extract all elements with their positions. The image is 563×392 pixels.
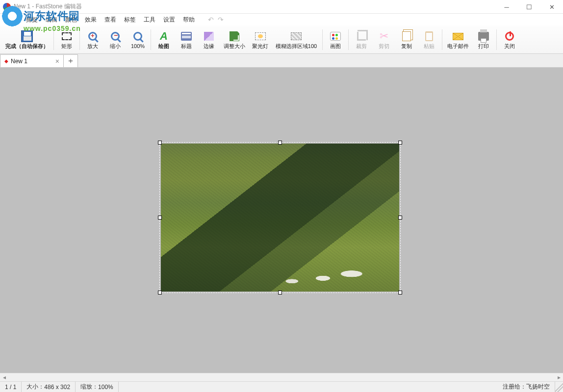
- status-size-value: 486 x 302: [44, 384, 70, 391]
- edge-button[interactable]: 边缘: [198, 26, 220, 53]
- blur-label: 模糊选择区域100: [276, 44, 317, 49]
- handle-top-left[interactable]: [158, 141, 162, 145]
- tab-modified-marker: ◆: [4, 58, 8, 64]
- tab-close-icon[interactable]: ×: [55, 57, 59, 65]
- done-autosave-button[interactable]: 完成（自动保存）: [2, 26, 52, 53]
- status-zoom: 缩放： 100%: [76, 382, 119, 392]
- minimize-button[interactable]: ─: [495, 0, 518, 14]
- email-button[interactable]: 电子邮件: [444, 26, 472, 53]
- tab-add-button[interactable]: ＋: [63, 54, 78, 67]
- handle-bottom-right[interactable]: [398, 291, 402, 294]
- caption-button[interactable]: 标题: [175, 26, 198, 53]
- menu-capture[interactable]: 捕捉: [23, 15, 41, 25]
- titlebar: New 1 - FastStone 编辑器 ─ ☐ ✕: [0, 0, 563, 14]
- blur-icon: [291, 32, 302, 40]
- paste-label: 粘贴: [424, 44, 435, 49]
- draw-icon: A: [160, 30, 168, 43]
- status-registered: 注册给：飞扬时空: [498, 383, 555, 391]
- handle-bottom[interactable]: [278, 291, 282, 294]
- copy-label: 复制: [401, 44, 412, 49]
- tab-new-1[interactable]: ◆ New 1 ×: [0, 54, 64, 67]
- crop-label: 裁剪: [356, 44, 367, 49]
- blur-region-button[interactable]: 模糊选择区域100: [272, 26, 321, 53]
- scroll-track[interactable]: [8, 373, 555, 381]
- horizontal-scrollbar[interactable]: ◂ ▸: [0, 373, 563, 381]
- spotlight-icon: [255, 32, 266, 40]
- tab-label: New 1: [11, 58, 27, 65]
- save-icon: [21, 30, 33, 42]
- print-icon: [478, 32, 489, 41]
- close-label: 关闭: [504, 44, 515, 49]
- window-title: New 1 - FastStone 编辑器: [14, 2, 82, 11]
- cut-label: 剪切: [379, 44, 389, 49]
- tabbar: ◆ New 1 × ＋: [0, 54, 563, 68]
- status-zoom-label: 缩放：: [80, 383, 98, 391]
- paste-button[interactable]: 粘贴: [418, 26, 440, 53]
- toolbar: 完成（自动保存） 矩形 放大 缩小 100% A 绘图 标题 边缘 调整大小 聚…: [0, 25, 563, 54]
- spotlight-label: 聚光灯: [252, 44, 268, 49]
- caption-icon: [181, 32, 192, 41]
- crop-icon: [357, 32, 366, 41]
- resize-button[interactable]: 调整大小: [220, 26, 249, 53]
- handle-top[interactable]: [278, 141, 282, 145]
- copy-button[interactable]: 复制: [395, 26, 418, 53]
- maximize-button[interactable]: ☐: [518, 0, 540, 14]
- separator: [496, 29, 497, 50]
- status-zoom-value: 100%: [98, 384, 113, 391]
- menu-effect[interactable]: 效果: [81, 15, 100, 25]
- resize-grip-icon[interactable]: [555, 382, 563, 392]
- edge-icon: [204, 32, 214, 41]
- redo-icon[interactable]: ↷: [218, 16, 224, 24]
- scroll-right-icon[interactable]: ▸: [555, 373, 563, 381]
- close-button[interactable]: 关闭: [498, 26, 521, 53]
- paint-button[interactable]: 画图: [324, 26, 347, 53]
- draw-button[interactable]: A 绘图: [153, 26, 175, 53]
- paint-icon: [330, 32, 341, 41]
- image-selection[interactable]: [160, 143, 400, 293]
- paint-label: 画图: [330, 44, 341, 49]
- handle-bottom-left[interactable]: [158, 291, 162, 294]
- cut-icon: ✂: [380, 30, 388, 43]
- spotlight-button[interactable]: 聚光灯: [249, 26, 272, 53]
- menu-edit[interactable]: 编辑: [42, 15, 61, 25]
- menubar: 文件 捕捉 编辑 颜色 效果 查看 标签 工具 设置 帮助 ↶ ↷: [0, 14, 563, 25]
- resize-icon: [230, 31, 239, 41]
- zoom-100-button[interactable]: 100%: [127, 26, 149, 53]
- separator: [79, 29, 80, 50]
- menu-view[interactable]: 查看: [101, 15, 120, 25]
- menu-tools[interactable]: 工具: [140, 15, 159, 25]
- crop-button[interactable]: 裁剪: [350, 26, 373, 53]
- statusbar: 1 / 1 大小： 486 x 302 缩放： 100% 注册给：飞扬时空: [0, 381, 563, 392]
- handle-left[interactable]: [158, 216, 162, 220]
- edge-label: 边缘: [204, 44, 214, 49]
- print-label: 打印: [478, 44, 489, 49]
- rect-select-button[interactable]: 矩形: [55, 26, 78, 53]
- separator: [442, 29, 442, 50]
- rectangle-icon: [62, 32, 72, 40]
- separator: [53, 29, 54, 50]
- zoom-out-icon: [111, 32, 120, 41]
- handle-top-right[interactable]: [398, 141, 402, 145]
- undo-icon[interactable]: ↶: [208, 16, 214, 24]
- handle-right[interactable]: [398, 216, 402, 220]
- menu-tags[interactable]: 标签: [121, 15, 139, 25]
- zoom-100-icon: [133, 32, 142, 41]
- separator: [322, 29, 323, 50]
- print-button[interactable]: 打印: [472, 26, 495, 53]
- window-close-button[interactable]: ✕: [540, 0, 563, 14]
- copy-icon: [402, 31, 411, 41]
- canvas-area[interactable]: [0, 68, 563, 373]
- separator: [348, 29, 349, 50]
- menu-help[interactable]: 帮助: [179, 15, 198, 25]
- scroll-left-icon[interactable]: ◂: [0, 373, 8, 381]
- selection-border: [160, 143, 400, 293]
- zoom-in-button[interactable]: 放大: [81, 26, 104, 53]
- menu-settings[interactable]: 设置: [160, 15, 179, 25]
- menu-file[interactable]: 文件: [3, 15, 22, 25]
- paste-icon: [425, 31, 433, 41]
- menu-color[interactable]: 颜色: [62, 15, 80, 25]
- cut-button[interactable]: ✂ 剪切: [373, 26, 395, 53]
- zoom-100-label: 100%: [131, 44, 145, 49]
- zoom-in-label: 放大: [87, 44, 98, 49]
- zoom-out-button[interactable]: 缩小: [104, 26, 127, 53]
